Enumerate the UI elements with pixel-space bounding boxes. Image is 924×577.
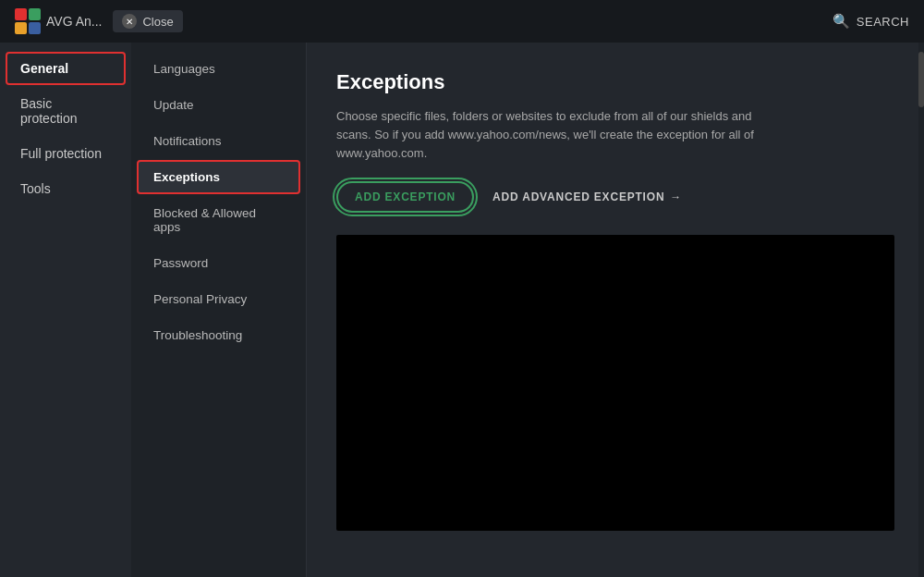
scrollbar-thumb[interactable] (918, 52, 924, 107)
section-description: Choose specific files, folders or websit… (336, 107, 761, 163)
close-button[interactable]: ✕ Close (113, 10, 182, 32)
svg-rect-2 (15, 22, 27, 34)
close-icon: ✕ (122, 14, 137, 29)
app-title: AVG An... (46, 14, 102, 29)
page-title: Exceptions (336, 70, 894, 94)
nav-item-general[interactable]: General (6, 52, 126, 85)
subnav-item-notifications[interactable]: Notifications (137, 124, 300, 158)
subnav-item-update[interactable]: Update (137, 88, 300, 122)
subnav-item-languages[interactable]: Languages (137, 52, 300, 86)
action-buttons-row: ADD EXCEPTION ADD ADVANCED EXCEPTION → (336, 181, 894, 213)
search-icon: 🔍 (833, 13, 851, 30)
svg-rect-0 (15, 8, 27, 20)
add-advanced-exception-button[interactable]: ADD ADVANCED EXCEPTION → (492, 190, 682, 203)
search-area[interactable]: 🔍 SEARCH (833, 13, 909, 30)
exceptions-content-area (336, 235, 894, 531)
avg-logo: AVG An... (15, 8, 102, 34)
nav-item-tools[interactable]: Tools (6, 172, 126, 205)
svg-rect-3 (29, 22, 41, 34)
subnav-item-blocked-allowed-apps[interactable]: Blocked & Allowed apps (137, 196, 300, 244)
arrow-icon: → (670, 190, 682, 203)
subnav-item-personal-privacy[interactable]: Personal Privacy (137, 282, 300, 316)
top-bar-left: AVG An... ✕ Close (15, 8, 183, 34)
overlay-panel: General Basic protection Full protection… (0, 43, 924, 577)
nav-item-full-protection[interactable]: Full protection (6, 137, 126, 170)
close-label: Close (142, 15, 173, 29)
subnav-item-troubleshooting[interactable]: Troubleshooting (137, 318, 300, 352)
nav-item-basic-protection[interactable]: Basic protection (6, 87, 126, 135)
top-bar: AVG An... ✕ Close 🔍 SEARCH (0, 0, 924, 43)
subnav-item-exceptions[interactable]: Exceptions (137, 160, 300, 194)
add-advanced-label: ADD ADVANCED EXCEPTION (492, 190, 664, 203)
search-label: SEARCH (857, 15, 909, 29)
main-content-panel: Exceptions Choose specific files, folder… (307, 43, 924, 577)
add-exception-button[interactable]: ADD EXCEPTION (336, 181, 474, 213)
svg-rect-1 (29, 8, 41, 20)
subnav-column: Languages Update Notifications Exception… (131, 43, 307, 577)
nav-column: General Basic protection Full protection… (0, 43, 131, 577)
subnav-item-password[interactable]: Password (137, 246, 300, 280)
avg-logo-icon (15, 8, 41, 34)
scrollbar-track[interactable] (918, 43, 924, 577)
